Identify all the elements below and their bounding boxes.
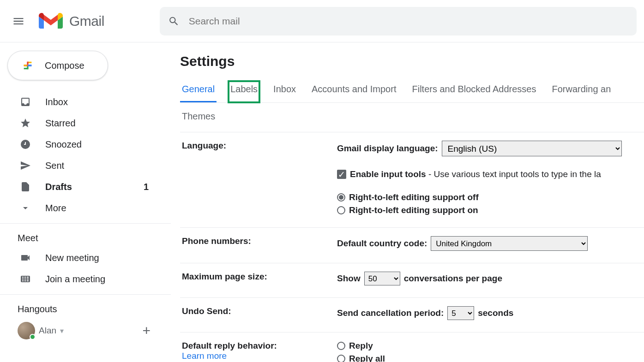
hamburger-icon [12,15,25,28]
compose-button[interactable]: Compose [7,51,108,80]
search-bar[interactable] [160,7,637,36]
pagesize-show: Show [337,273,361,284]
plus-icon [21,59,35,72]
country-code-label: Default country code: [337,238,427,249]
section-undo: Undo Send: Send cancellation period: 5 s… [180,298,644,332]
language-label: Language: [180,141,337,218]
meet-section-title: Meet [0,228,171,247]
reply-radio[interactable] [337,342,345,350]
undo-select[interactable]: 5 [447,306,474,320]
country-code-select[interactable]: United Kingdom [431,236,588,251]
sidebar-item-starred[interactable]: Starred [0,113,162,134]
sidebar: Compose Inbox Starred Snoozed Sent Draft… [0,42,171,362]
presence-indicator [30,334,36,340]
undo-suffix: seconds [478,308,513,318]
app-header: Gmail [0,0,644,42]
chevron-down-icon [19,202,31,214]
tab-filters[interactable]: Filters and Blocked Addresses [410,81,538,102]
divider [0,294,171,295]
meet-new-meeting[interactable]: New meeting [0,247,162,268]
sidebar-item-sent[interactable]: Sent [0,155,162,176]
settings-content: Settings General Labels Inbox Accounts a… [171,42,644,362]
main-menu-button[interactable] [7,10,30,32]
star-icon [19,117,31,129]
avatar [18,322,35,339]
reply-all-radio[interactable] [337,355,345,362]
page-title: Settings [180,53,644,69]
gmail-logo[interactable]: Gmail [39,12,104,30]
section-phone: Phone numbers: Default country code: Uni… [180,228,644,263]
reply-opt2: Reply all [349,354,385,362]
input-tools-label: Enable input tools [350,169,426,179]
search-input[interactable] [188,15,628,27]
user-name: Alan [39,326,56,336]
meet-new-label: New meeting [45,253,99,263]
sidebar-item-label: Snoozed [45,139,82,150]
phone-label: Phone numbers: [180,236,337,254]
section-reply: Default reply behavior: Learn more Reply… [180,332,644,362]
file-icon [19,181,31,193]
hangouts-user-row[interactable]: Alan ▾ + [0,318,171,339]
rtl-off-label: Right-to-left editing support off [349,192,479,202]
clock-icon [19,138,31,150]
undo-prefix: Send cancellation period: [337,308,444,318]
section-language: Language: Gmail display language: Englis… [180,132,644,228]
dropdown-caret-icon[interactable]: ▾ [60,326,64,335]
tab-general[interactable]: General [180,81,217,102]
sidebar-item-label: Drafts [45,182,72,192]
new-hangout-button[interactable]: + [142,323,160,338]
tab-forwarding[interactable]: Forwarding an [550,81,613,102]
meet-join-meeting[interactable]: Join a meeting [0,268,162,290]
reply-label: Default reply behavior: Learn more [180,341,337,362]
sidebar-item-more[interactable]: More [0,197,162,219]
divider [0,223,171,224]
drafts-count: 1 [144,182,149,192]
hangouts-section-title: Hangouts [0,299,171,318]
settings-tabs: General Labels Inbox Accounts and Import… [180,81,644,103]
display-language-label: Gmail display language: [337,143,438,154]
sidebar-item-drafts[interactable]: Drafts 1 [0,176,162,197]
nav-list: Inbox Starred Snoozed Sent Drafts 1 M [0,89,171,219]
pagesize-suffix: conversations per page [404,273,502,284]
keyboard-icon [19,273,31,285]
sidebar-item-snoozed[interactable]: Snoozed [0,134,162,155]
search-icon [168,15,180,27]
display-language-select[interactable]: English (US) [442,141,622,156]
product-name: Gmail [69,13,104,29]
undo-label: Undo Send: [180,306,337,323]
pagesize-label: Maximum page size: [180,272,337,288]
sidebar-item-label: Starred [45,118,76,129]
rtl-on-radio[interactable] [337,206,345,214]
tab-accounts[interactable]: Accounts and Import [310,81,398,102]
tab-labels[interactable]: Labels [229,81,259,102]
tab-inbox[interactable]: Inbox [271,81,298,102]
input-tools-checkbox[interactable]: ✓ [337,170,346,179]
camera-icon [19,252,31,264]
section-pagesize: Maximum page size: Show 50 conversations… [180,263,644,298]
reply-opt1: Reply [349,341,373,351]
sidebar-item-label: More [45,203,66,214]
sidebar-item-label: Sent [45,160,64,171]
pagesize-select[interactable]: 50 [364,272,400,285]
compose-label: Compose [45,60,84,71]
reply-label-text: Default reply behavior: [182,341,337,351]
meet-join-label: Join a meeting [45,274,105,285]
sidebar-item-inbox[interactable]: Inbox [0,91,162,113]
rtl-off-radio[interactable] [337,193,345,202]
gmail-icon [39,12,63,30]
learn-more-link[interactable]: Learn more [182,351,337,361]
rtl-on-label: Right-to-left editing support on [349,205,478,215]
sidebar-item-label: Inbox [45,97,68,107]
inbox-icon [19,96,31,108]
input-tools-desc: - Use various text input tools to type i… [426,169,601,179]
settings-tabs-row2: Themes [180,103,644,132]
tab-themes[interactable]: Themes [180,109,217,124]
send-icon [19,160,31,172]
